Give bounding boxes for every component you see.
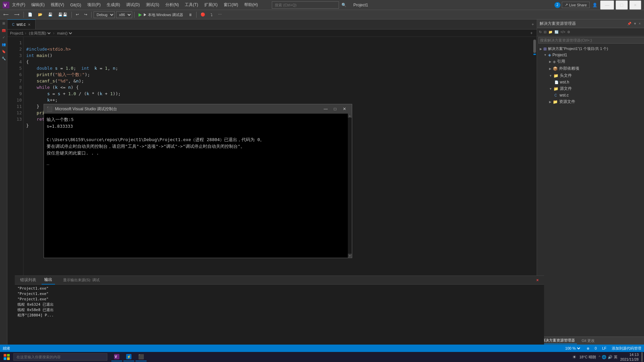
menu-analyze[interactable]: 分析(N) (163, 1, 182, 9)
console-scroll-up-btn[interactable]: ▲ (348, 114, 352, 118)
toolbar-new-btn[interactable]: 📄 (26, 12, 35, 17)
toolbar-undo-btn[interactable]: ↩ (74, 12, 81, 17)
console-scroll-down-btn[interactable]: ▼ (348, 254, 352, 258)
console-output-line-2: s=1.833333 (47, 123, 345, 130)
sidebar-server-explorer-icon[interactable]: ⊞ (2, 21, 6, 26)
breadcrumb-project[interactable]: Project1 (10, 31, 23, 35)
menu-window[interactable]: 窗口(W) (221, 1, 241, 9)
se-toolbar-show-files-icon[interactable]: 📁 (548, 29, 553, 35)
menu-git[interactable]: Git(G) (67, 1, 84, 9)
toolbar-save-btn[interactable]: 💾 (46, 12, 55, 17)
menu-test[interactable]: 测试(S) (143, 1, 162, 9)
toolbar-step-over-btn[interactable]: ⤵ (209, 12, 215, 17)
se-toolbar-refresh-icon[interactable]: 🔄 (554, 29, 559, 35)
debug-console-close-btn[interactable]: ✕ (340, 104, 349, 114)
breadcrumb-expand-btn[interactable]: + (529, 31, 534, 36)
volume-icon[interactable]: 🔊 (608, 355, 612, 359)
se-collapse-icon[interactable]: ▼ (633, 21, 637, 26)
taskbar-app-vs[interactable]: V (111, 353, 122, 361)
header-files-icon: 📁 (553, 73, 558, 78)
menu-project[interactable]: 项目(P) (85, 1, 103, 9)
tree-wst-h[interactable]: 📄 wst.h (538, 79, 643, 85)
editor-vertical-scrollbar[interactable] (533, 37, 537, 276)
se-toolbar-props-icon[interactable]: ⚙ (567, 29, 571, 35)
editor-tab-wst[interactable]: C wst.c ✕ (7, 19, 36, 29)
footer-tab-git-changes[interactable]: Git 更改 (580, 338, 597, 344)
new-tab-btn[interactable]: + (529, 22, 537, 27)
zoom-select[interactable]: 100 % (564, 346, 581, 351)
menu-build[interactable]: 生成(B) (104, 1, 123, 9)
se-toolbar-sync-icon[interactable]: ↻ (538, 29, 542, 35)
toolbar-attach-btn[interactable]: ⏸ (186, 12, 194, 17)
solution-node[interactable]: ▶ ⊞ 解决方案"Project1"(1 个项目/共 1 个) (538, 46, 643, 52)
taskbar-search-input[interactable] (13, 353, 107, 361)
tree-external-deps[interactable]: ▶ 📦 外部依赖项 (538, 65, 643, 72)
debug-console-titlebar[interactable]: ⬛ Microsoft Visual Studio 调试控制台 — □ ✕ (44, 104, 352, 114)
run-button[interactable]: ▶ ▶ 本地 Windows 调试器 (137, 11, 185, 18)
taskbar-app-terminal[interactable]: ⬛ (136, 353, 147, 361)
build-mode-select[interactable]: Debug (94, 11, 115, 18)
toolbar-redo-btn[interactable]: ↪ (82, 12, 89, 17)
platform-select[interactable]: x86 (116, 11, 132, 18)
se-pin-icon[interactable]: 📌 (627, 21, 632, 26)
menu-edit[interactable]: 编辑(E) (29, 1, 47, 9)
close-button[interactable]: × (629, 0, 641, 10)
toolbar-more-btn[interactable]: ⋯ (216, 12, 224, 17)
output-tab-errors[interactable]: 错误列表 (17, 276, 39, 284)
tray-expand-icon[interactable]: ^ (599, 355, 600, 359)
menu-view[interactable]: 视图(V) (48, 1, 67, 9)
status-source-control[interactable]: 添加到源代码管理 (612, 346, 641, 351)
sidebar-properties-icon[interactable]: 🔧 (1, 56, 6, 61)
show-desktop-btn[interactable] (641, 352, 643, 362)
menu-debug[interactable]: 调试(D) (123, 1, 143, 9)
output-content[interactable]: "Project1.exe" "Project1.exe" "Project1.… (15, 285, 544, 345)
debug-console-scrollbar[interactable]: ▲ ▼ (348, 114, 352, 258)
tree-source-files[interactable]: ▼ 📁 源文件 (538, 85, 643, 92)
tree-references[interactable]: ▶ ◈ 引用 (538, 58, 643, 65)
taskbar-start-button[interactable] (1, 352, 12, 362)
project-node[interactable]: ▼ ◈ Project1 (538, 52, 643, 58)
menu-extensions[interactable]: 扩展(X) (202, 1, 220, 9)
tree-header-files[interactable]: ▼ 📁 头文件 (538, 72, 643, 79)
output-tab-output[interactable]: 输出 (42, 276, 55, 285)
debug-console-restore-btn[interactable]: □ (330, 104, 340, 114)
se-toolbar-collapse-all-icon[interactable]: ⊟ (543, 29, 547, 35)
toolbar-save-all-btn[interactable]: 💾💾 (56, 12, 69, 17)
editor-scroll-thumb[interactable] (533, 40, 536, 53)
breadcrumb-scope-select[interactable]: (全局范围) (28, 31, 52, 36)
notification-badge[interactable]: 2 (554, 2, 560, 8)
se-toolbar-code-icon[interactable]: </> (560, 29, 566, 35)
tree-wst-c[interactable]: C wst.c (538, 92, 643, 98)
breadcrumb-symbol-select[interactable]: main() (56, 31, 73, 36)
tree-resource-files[interactable]: ▶ 📁 资源文件 (538, 98, 643, 105)
debug-console-minimize-btn[interactable]: — (321, 104, 330, 114)
sidebar-test-icon[interactable]: ✓ (2, 35, 6, 40)
solution-explorer-search[interactable] (538, 37, 644, 44)
clock-area[interactable]: 14:13 2021/11/28 (620, 352, 639, 362)
menu-file[interactable]: 文件(F) (9, 1, 28, 9)
toolbar-open-btn[interactable]: 📂 (36, 12, 45, 17)
minimize-button[interactable]: — (600, 0, 614, 10)
toolbar-forward-btn[interactable]: ⟶ (12, 12, 21, 17)
taskbar-app-vs2[interactable]: ⚡ (123, 353, 134, 361)
toolbar-back-btn[interactable]: ⟵ (1, 12, 11, 17)
sidebar-toolbox-icon[interactable]: 🧰 (1, 28, 6, 33)
se-close-icon[interactable]: × (638, 21, 641, 26)
footer-tab-solution-explorer[interactable]: 解决方案资源管理器 (540, 337, 577, 344)
search-input[interactable] (272, 1, 339, 9)
output-header: 错误列表 输出 显示输出来源(S): 调试 × (15, 276, 544, 285)
toolbar-breakpoint-btn[interactable]: 🔴 (199, 12, 207, 17)
language-indicator[interactable]: 英 (614, 355, 618, 360)
menu-help[interactable]: 帮助(H) (241, 1, 261, 9)
account-icon[interactable]: 👤 (591, 1, 599, 9)
live-share-button[interactable]: ↗ Live Share (562, 2, 590, 8)
status-zoom[interactable]: 100 % (564, 346, 581, 351)
sidebar-team-icon[interactable]: 👥 (1, 42, 6, 47)
sidebar-bookmark-icon[interactable]: 🔖 (1, 49, 6, 54)
debug-console-output[interactable]: 输入一个数:5 s=1.833333 C:\Users\86159\source… (44, 114, 348, 258)
tab-close-btn[interactable]: ✕ (28, 23, 31, 26)
maximize-button[interactable]: □ (615, 0, 628, 10)
menu-tools[interactable]: 工具(T) (182, 1, 201, 9)
output-close-btn[interactable]: × (534, 278, 541, 283)
network-icon[interactable]: 🌐 (602, 355, 606, 359)
